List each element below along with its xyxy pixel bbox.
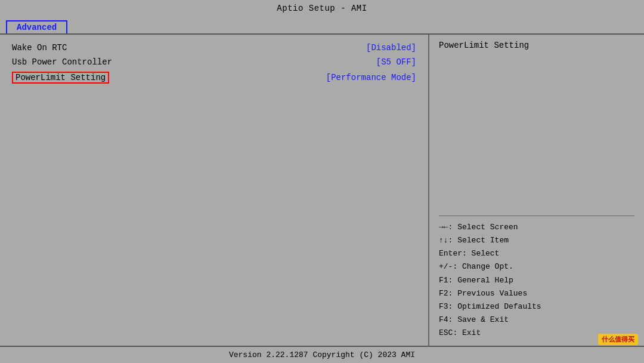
menu-item-wake-on-rtc[interactable]: Wake On RTC [Disabled] bbox=[12, 41, 416, 55]
tab-row: Advanced bbox=[0, 17, 644, 33]
key-help: →←: Select Screen ↑↓: Select Item Enter:… bbox=[439, 221, 634, 340]
bottom-bar: Version 2.22.1287 Copyright (C) 2023 AMI bbox=[0, 346, 644, 363]
watermark: 什么值得买 bbox=[598, 334, 638, 345]
key-f4-save: F4: Save & Exit bbox=[439, 313, 634, 327]
help-text: PowerLimit Setting bbox=[439, 41, 634, 211]
key-select-item: ↑↓: Select Item bbox=[439, 234, 634, 247]
wake-on-rtc-value: [Disabled] bbox=[366, 43, 416, 53]
menu-item-powerlimit[interactable]: PowerLimit Setting [Performance Mode] bbox=[12, 69, 416, 86]
bios-screen: Aptio Setup - AMI Advanced Wake On RTC [… bbox=[0, 0, 644, 363]
wake-on-rtc-label: Wake On RTC bbox=[12, 43, 67, 53]
key-change-opt: +/-: Change Opt. bbox=[439, 260, 634, 273]
version-text: Version 2.22.1287 Copyright (C) 2023 AMI bbox=[229, 350, 415, 359]
title-bar: Aptio Setup - AMI bbox=[0, 0, 644, 17]
main-content: Wake On RTC [Disabled] Usb Power Control… bbox=[0, 33, 644, 346]
powerlimit-label: PowerLimit Setting bbox=[12, 72, 109, 84]
usb-power-label: Usb Power Controller bbox=[12, 57, 112, 67]
divider bbox=[439, 216, 634, 216]
key-select-screen: →←: Select Screen bbox=[439, 221, 634, 234]
usb-power-value: [S5 OFF] bbox=[376, 57, 416, 67]
left-panel: Wake On RTC [Disabled] Usb Power Control… bbox=[0, 35, 429, 346]
right-panel: PowerLimit Setting →←: Select Screen ↑↓:… bbox=[429, 35, 644, 346]
title-text: Aptio Setup - AMI bbox=[277, 4, 367, 13]
menu-item-usb-power[interactable]: Usb Power Controller [S5 OFF] bbox=[12, 55, 416, 69]
key-enter-select: Enter: Select bbox=[439, 247, 634, 260]
selected-indicator: PowerLimit Setting bbox=[12, 72, 109, 84]
key-f2-previous: F2: Previous Values bbox=[439, 287, 634, 300]
tab-advanced[interactable]: Advanced bbox=[6, 20, 67, 33]
powerlimit-value: [Performance Mode] bbox=[326, 73, 416, 82]
key-f3-defaults: F3: Optimized Defaults bbox=[439, 300, 634, 313]
key-f1-help: F1: General Help bbox=[439, 274, 634, 287]
